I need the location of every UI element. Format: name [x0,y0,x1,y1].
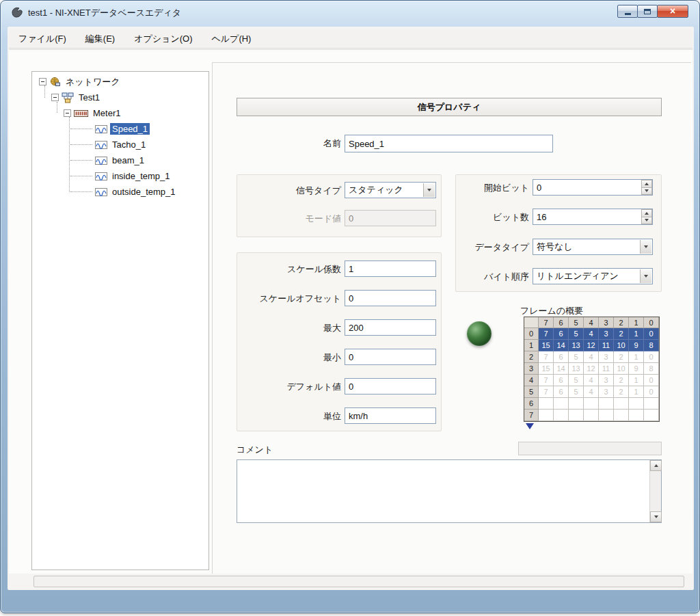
maximum-field [345,319,436,336]
default-value-input[interactable] [345,378,436,394]
tree-item-signal[interactable]: Speed_1 [32,121,208,137]
menu-edit[interactable]: 編集(E) [76,29,124,48]
title-bar[interactable]: test1 - NI-XNETデータベースエディタ × [1,1,699,24]
collapse-icon[interactable] [51,94,59,101]
close-icon: × [670,5,675,17]
grid-cell: 3 [599,386,614,398]
default-value-label: デフォルト値 [240,379,341,395]
data-type-combo[interactable]: 符号なし [533,239,653,255]
byte-order-label: バイト順序 [448,269,529,285]
grid-cell: 11 [599,340,614,351]
grid-cell: 10 [614,340,629,351]
grid-cell: 0 [644,351,659,363]
grid-cell: 7 [539,375,554,386]
grid-cell: 8 [644,363,659,375]
grid-cell: 15 [539,340,554,351]
dropdown-button[interactable] [423,183,435,197]
grid-cell: 4 [584,375,599,386]
grid-cell [554,410,569,421]
unit-label: 単位 [240,408,341,425]
unit-input[interactable] [345,407,436,424]
grid-cell [614,398,629,410]
grid-cell: 5 [569,351,584,363]
signal-icon [95,141,107,149]
signal-icon [95,188,107,196]
dropdown-button[interactable] [640,269,651,283]
grid-row-header: 5 [524,386,539,398]
scroll-down-button[interactable] [650,511,662,522]
spin-down-button[interactable] [641,217,652,225]
byte-order-value: リトルエンディアン [537,269,619,284]
grid-cell: 2 [614,375,629,386]
spin-up-button[interactable] [641,180,652,187]
start-bit-input[interactable] [533,179,653,196]
comment-label: コメント [237,442,442,458]
menu-help[interactable]: ヘルプ(H) [202,29,260,48]
properties-title: 信号プロパティ [237,98,662,116]
grid-cell: 11 [599,363,614,375]
close-button[interactable]: × [657,5,688,18]
grid-cell: 6 [554,375,569,386]
grid-cell [644,410,659,421]
grid-cell: 6 [554,351,569,363]
tree-item-signal[interactable]: inside_temp_1 [32,168,208,184]
chevron-up-icon [645,183,649,185]
tree-item-label: Tacho_1 [110,139,148,150]
grid-col-header: 6 [554,317,569,328]
tree-item-label: inside_temp_1 [110,170,172,182]
collapse-icon[interactable] [64,109,71,117]
scale-offset-field [345,290,436,306]
readonly-field [518,442,662,455]
tree-item-frame[interactable]: Meter1 [32,105,208,121]
comment-box [237,459,662,523]
grid-cell: 4 [584,351,599,363]
status-led [467,321,492,346]
minimize-icon [625,13,631,15]
grid-cell [599,398,614,410]
grid-cell: 3 [599,328,614,340]
spin-down-button[interactable] [641,187,652,196]
start-bit-spinner[interactable] [641,180,652,195]
scale-factor-input[interactable] [345,260,436,277]
spin-up-button[interactable] [641,209,652,217]
grid-cell [614,410,629,421]
grid-row-header: 1 [524,340,539,351]
grid-col-header: 4 [584,317,599,328]
scale-offset-input[interactable] [345,290,436,306]
tree-item-signal[interactable]: beam_1 [32,152,208,168]
grid-cell: 0 [644,386,659,398]
grid-cell: 14 [554,340,569,351]
tree-item-network[interactable]: ネットワーク [32,74,208,90]
chevron-down-icon [654,515,658,518]
comment-textarea[interactable] [237,460,649,522]
dropdown-button[interactable] [640,240,651,254]
maximum-input[interactable] [345,319,436,336]
name-input[interactable] [345,135,553,152]
bit-count-input[interactable] [533,209,653,225]
collapse-icon[interactable] [39,78,46,85]
minimum-input[interactable] [345,349,436,365]
scroll-up-button[interactable] [650,460,662,471]
tree-item-signal[interactable]: Tacho_1 [32,137,208,152]
signal-type-label: 信号タイプ [240,183,341,199]
byte-order-combo[interactable]: リトルエンディアン [533,268,653,284]
menu-file[interactable]: ファイル(F) [9,29,76,48]
scaling-group [237,252,442,431]
comment-scrollbar[interactable] [649,460,661,522]
grid-cell: 8 [644,340,659,351]
tree-item-label: ネットワーク [64,75,122,89]
grid-row-header: 4 [524,375,539,386]
tree-item-signal[interactable]: outside_temp_1 [32,184,208,200]
menu-options[interactable]: オプション(O) [124,29,202,48]
minimize-button[interactable] [617,5,638,18]
mode-value-input [345,210,436,226]
signal-type-combo[interactable]: スタティック [345,182,436,198]
bit-count-label: ビット数 [448,209,529,226]
grid-cell: 13 [569,363,584,375]
bit-count-spinner[interactable] [641,209,652,224]
grid-cell: 14 [554,363,569,375]
grid-corner [524,317,539,328]
tree-item-cluster[interactable]: Test1 [32,90,208,105]
grid-cell: 7 [539,386,554,398]
maximize-button[interactable] [637,5,658,18]
